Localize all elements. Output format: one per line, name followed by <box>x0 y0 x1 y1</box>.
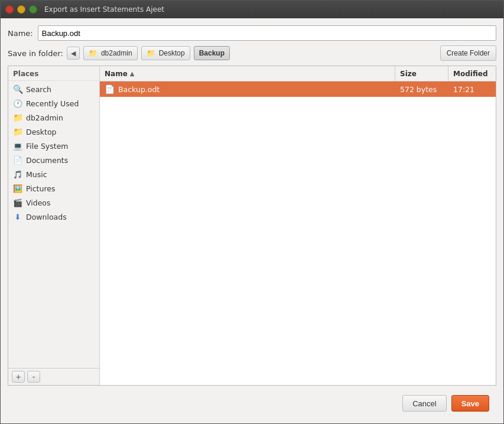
clock-icon: 🕐 <box>13 99 22 108</box>
dialog: Export as Insert Statements Ajeet Name: … <box>0 0 504 424</box>
create-folder-button[interactable]: Create Folder <box>440 45 496 61</box>
sidebar-item-music[interactable]: 🎵 Music <box>8 167 99 181</box>
sidebar-controls: + - <box>8 368 99 385</box>
breadcrumb-desktop[interactable]: 📁 Desktop <box>141 46 190 60</box>
places-header: Places <box>8 66 99 81</box>
folder-purple-icon: 📁 <box>147 49 155 57</box>
minimize-button[interactable] <box>17 5 25 14</box>
filename-input[interactable] <box>38 25 496 41</box>
folder-red-icon: 📁 <box>89 49 97 57</box>
search-icon: 🔍 <box>13 84 22 94</box>
computer-icon: 💻 <box>13 141 22 151</box>
file-modified-cell: 17:21 <box>448 85 496 94</box>
main-area: Places 🔍 Search 🕐 Recently Used 📁 db2adm… <box>8 66 496 386</box>
downloads-icon: ⬇️ <box>13 212 22 221</box>
pictures-icon: 🖼️ <box>13 184 22 193</box>
savein-label: Save in folder: <box>8 49 63 58</box>
sidebar-item-recently-used[interactable]: 🕐 Recently Used <box>8 96 99 110</box>
sidebar: Places 🔍 Search 🕐 Recently Used 📁 db2adm… <box>8 66 100 385</box>
name-label: Name: <box>8 29 33 38</box>
file-name-cell: 📄 Backup.odt <box>100 84 395 94</box>
file-header: Name ▲ Size Modified <box>100 66 496 81</box>
sort-arrow: ▲ <box>130 70 135 77</box>
sidebar-item-videos[interactable]: 🎬 Videos <box>8 195 99 210</box>
dialog-content: Name: Save in folder: ◀ 📁 db2admin 📁 Des… <box>1 18 503 423</box>
sidebar-item-search[interactable]: 🔍 Search <box>8 82 99 96</box>
file-size-cell: 572 bytes <box>395 85 448 94</box>
close-button[interactable] <box>5 5 14 14</box>
column-size[interactable]: Size <box>395 66 448 81</box>
sidebar-list: 🔍 Search 🕐 Recently Used 📁 db2admin 📁 De… <box>8 81 99 368</box>
file-panel: Name ▲ Size Modified 📄 Backup.odt <box>100 66 496 385</box>
sidebar-item-documents[interactable]: 📄 Documents <box>8 153 99 167</box>
music-icon: 🎵 <box>13 169 22 179</box>
file-icon: 📄 <box>105 84 115 94</box>
savein-row: Save in folder: ◀ 📁 db2admin 📁 Desktop B… <box>8 45 496 61</box>
save-button[interactable]: Save <box>451 395 489 412</box>
sidebar-item-desktop[interactable]: 📁 Desktop <box>8 125 99 139</box>
documents-icon: 📄 <box>13 155 22 165</box>
folder-purple-icon: 📁 <box>13 127 22 136</box>
breadcrumb-backup[interactable]: Backup <box>194 46 230 60</box>
column-modified[interactable]: Modified <box>448 66 496 81</box>
maximize-button[interactable] <box>29 5 37 14</box>
cancel-button[interactable]: Cancel <box>402 395 446 412</box>
add-bookmark-button[interactable]: + <box>12 371 25 383</box>
breadcrumb-db2admin[interactable]: 📁 db2admin <box>83 46 138 60</box>
sidebar-item-filesystem[interactable]: 💻 File System <box>8 139 99 153</box>
remove-bookmark-button[interactable]: - <box>27 371 40 383</box>
videos-icon: 🎬 <box>13 198 22 207</box>
table-row[interactable]: 📄 Backup.odt 572 bytes 17:21 <box>100 81 496 97</box>
column-name[interactable]: Name ▲ <box>100 66 395 81</box>
folder-red-icon: 📁 <box>13 113 22 122</box>
sidebar-item-pictures[interactable]: 🖼️ Pictures <box>8 181 99 195</box>
bottom-bar: Cancel Save <box>8 390 496 416</box>
window-title: Export as Insert Statements Ajeet <box>44 5 164 14</box>
sidebar-item-db2admin[interactable]: 📁 db2admin <box>8 110 99 125</box>
name-row: Name: <box>8 25 496 41</box>
sidebar-item-downloads[interactable]: ⬇️ Downloads <box>8 210 99 224</box>
back-button[interactable]: ◀ <box>67 47 80 60</box>
titlebar: Export as Insert Statements Ajeet <box>1 1 503 18</box>
file-list: 📄 Backup.odt 572 bytes 17:21 <box>100 81 496 385</box>
